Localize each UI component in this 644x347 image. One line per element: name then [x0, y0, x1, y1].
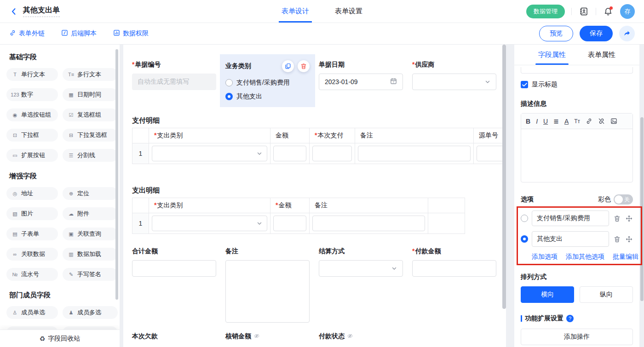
image-icon[interactable]: [610, 118, 617, 125]
unlink-icon[interactable]: [598, 118, 605, 125]
sidebar-item-1-9[interactable]: ✎手写签名: [63, 268, 118, 281]
help-icon[interactable]: ?: [566, 315, 574, 322]
field-bill-date[interactable]: 单据日期 2023-01-09 7: [319, 61, 403, 90]
panel-tab-0[interactable]: 字段属性: [538, 45, 566, 65]
radio-unchecked[interactable]: [225, 79, 233, 86]
save-button[interactable]: 保存: [580, 26, 613, 41]
field-total-amount[interactable]: 合计金额: [132, 247, 216, 277]
arrangement-horizontal-button[interactable]: 横向: [521, 286, 574, 303]
sidebar-item-1-7[interactable]: ▥数据加载: [63, 248, 118, 261]
bill-date-input[interactable]: 2023-01-09 7: [319, 74, 403, 90]
field-settle-method[interactable]: 结算方式: [319, 247, 403, 277]
datetime-icon: ▦: [67, 92, 75, 98]
sidebar-item-label: 复选框组: [77, 111, 101, 119]
cell-input[interactable]: [312, 146, 352, 161]
selected-field-block[interactable]: 业务类别 支付销售/采购费用其他支出: [220, 54, 315, 107]
editor-content[interactable]: [521, 129, 632, 182]
cell-input[interactable]: [477, 146, 506, 161]
copy-field-icon[interactable]: [282, 60, 294, 72]
header-tab-0[interactable]: 表单设计: [282, 0, 309, 23]
sidebar-item-1-5[interactable]: ▣关联查询: [63, 228, 118, 240]
option-action-link-2[interactable]: 批量编辑: [613, 253, 638, 261]
underline-icon[interactable]: U: [543, 118, 548, 125]
notification-bell-icon[interactable]: [603, 6, 614, 17]
option-delete-icon[interactable]: [613, 236, 621, 243]
option-move-icon[interactable]: [625, 215, 633, 222]
back-icon[interactable]: [9, 7, 18, 16]
italic-icon[interactable]: I: [536, 118, 538, 125]
field-bill-no[interactable]: 单据编号 自动生成无需填写: [132, 61, 216, 90]
canvas-scrollbar[interactable]: [502, 45, 506, 309]
option-radio[interactable]: [521, 215, 528, 222]
option-action-link-1[interactable]: 添加其他选项: [566, 253, 604, 261]
data-manage-button[interactable]: 数据管理: [526, 5, 565, 18]
field-recycle-bin[interactable]: ♻ 字段回收站: [0, 330, 120, 347]
sidebar-item-0-2[interactable]: 123数字: [6, 88, 58, 101]
add-action-button[interactable]: 添加操作: [521, 329, 633, 345]
cell-input[interactable]: [273, 146, 306, 161]
preview-button[interactable]: 预览: [539, 26, 573, 41]
sidebar-item-1-0[interactable]: ◎地址: [6, 187, 58, 200]
option-delete-icon[interactable]: [613, 215, 621, 222]
header-tab-1[interactable]: 表单设置: [335, 0, 362, 23]
option-text-input[interactable]: 其他支出: [532, 231, 609, 247]
sidebar-item-1-1[interactable]: ⊕定位: [63, 187, 118, 200]
column-label: 源单号: [479, 131, 498, 139]
color-toggle[interactable]: 关: [614, 194, 633, 205]
field-pay-amount[interactable]: 付款金额: [412, 247, 496, 277]
cell-select[interactable]: [152, 216, 267, 231]
sidebar-item-0-5[interactable]: ☑复选框组: [63, 108, 118, 121]
contacts-book-icon[interactable]: [578, 6, 589, 17]
toolbar-link-2[interactable]: 数据权限: [113, 29, 149, 38]
sidebar-item-1-8[interactable]: №流水号: [6, 268, 58, 281]
cell-input[interactable]: [312, 216, 425, 231]
remark-textarea[interactable]: [225, 260, 310, 323]
bill-no-input[interactable]: 自动生成无需填写: [132, 74, 216, 90]
sidebar-item-1-3[interactable]: ☁附件: [63, 207, 118, 220]
settle-method-select[interactable]: [319, 260, 403, 277]
pay-amount-input[interactable]: [412, 260, 496, 277]
delete-field-icon[interactable]: [298, 60, 310, 72]
font-size-icon[interactable]: Tт: [574, 119, 580, 124]
show-title-checkbox[interactable]: [521, 81, 528, 88]
align-icon[interactable]: ≣: [553, 118, 559, 125]
panel-tab-1[interactable]: 表单属性: [588, 45, 615, 65]
font-color-icon[interactable]: A: [564, 118, 569, 125]
radio-checked[interactable]: [225, 93, 233, 100]
sidebar-item-0-3[interactable]: ▦日期时间: [63, 88, 118, 101]
cell-select[interactable]: [152, 146, 267, 161]
option-action-link-0[interactable]: 添加选项: [532, 253, 558, 261]
share-button[interactable]: [619, 26, 635, 41]
sidebar-item-0-4[interactable]: ◉单选按钮组: [6, 108, 58, 121]
option-move-icon[interactable]: [625, 236, 633, 243]
toolbar-link-1[interactable]: 后端脚本: [61, 29, 97, 38]
toolbar-link-0[interactable]: 表单外链: [9, 29, 45, 38]
sidebar-item-2-1[interactable]: ♟成员多选: [63, 306, 118, 319]
sidebar-item-1-4[interactable]: ▤子表单: [6, 228, 58, 240]
field-supplier[interactable]: 供应商: [412, 61, 496, 90]
option-radio[interactable]: [521, 235, 528, 243]
cell-input[interactable]: [273, 216, 306, 231]
arrangement-vertical-button[interactable]: 纵向: [580, 286, 633, 303]
sidebar-item-0-8[interactable]: ▭扩展按钮: [6, 149, 58, 162]
link-icon[interactable]: [586, 118, 592, 125]
user-avatar[interactable]: 存: [620, 4, 635, 19]
sidebar-item-0-7[interactable]: ⊟下拉复选框: [63, 129, 118, 142]
sidebar-scrollbar[interactable]: [115, 49, 118, 300]
window-scrollbar[interactable]: [640, 117, 644, 301]
bold-icon[interactable]: B: [526, 118, 530, 125]
sidebar-item-0-1[interactable]: T≡多行文本: [63, 68, 118, 81]
supplier-select[interactable]: [412, 74, 496, 90]
field-biz-type-selected[interactable]: 业务类别 支付销售/采购费用其他支出: [225, 61, 310, 107]
sidebar-item-1-6[interactable]: ∞关联数据: [6, 248, 58, 261]
total-amount-input[interactable]: [132, 260, 216, 277]
option-text-input[interactable]: 支付销售/采购费用: [532, 210, 609, 226]
title-input-partial[interactable]: [521, 67, 633, 74]
sidebar-item-2-0[interactable]: ♙成员单选: [6, 306, 58, 319]
sidebar-item-0-0[interactable]: T单行文本: [6, 68, 58, 81]
sidebar-item-1-2[interactable]: ▧图片: [6, 207, 58, 220]
sidebar-item-0-6[interactable]: ⊡下拉框: [6, 129, 58, 142]
field-remark[interactable]: 备注: [225, 247, 310, 323]
sidebar-item-0-9[interactable]: ☰分割线: [63, 149, 118, 162]
cell-input[interactable]: [358, 146, 471, 161]
